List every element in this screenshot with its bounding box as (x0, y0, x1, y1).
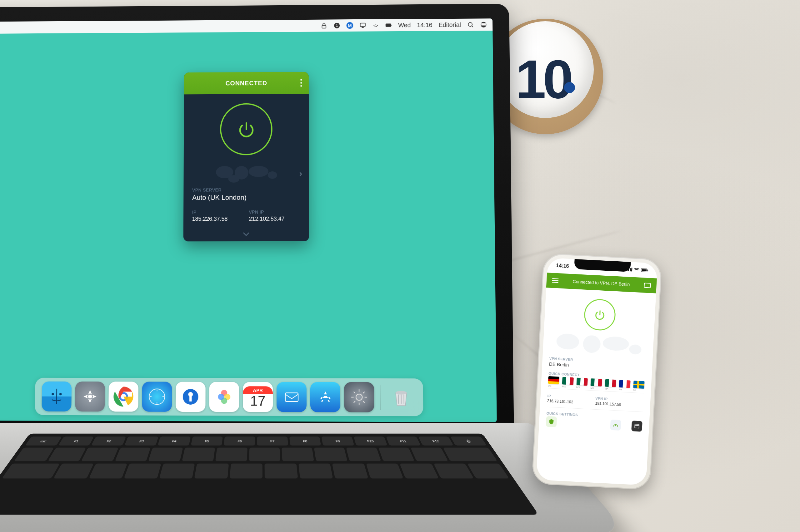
flag-label: FR (619, 388, 622, 391)
laptop-bezel: 1 M Wed 14:16 Editorial (0, 4, 514, 444)
vpn-power-button[interactable] (220, 103, 273, 155)
key[interactable] (332, 463, 368, 479)
key[interactable] (148, 448, 183, 462)
key[interactable] (468, 463, 510, 479)
hamburger-menu-icon[interactable] (552, 278, 559, 283)
flag-mx[interactable]: MX (576, 378, 588, 386)
svg-point-40 (629, 344, 641, 355)
macos-menubar[interactable]: 1 M Wed 14:16 Editorial (0, 18, 492, 34)
key[interactable] (366, 463, 404, 479)
key-f1[interactable]: F1 (58, 436, 94, 446)
key[interactable] (378, 448, 415, 462)
menubar-user[interactable]: Editorial (438, 21, 461, 28)
keyboard[interactable]: esc F1 F2 F3 F4 F5 F6 F7 F8 F9 F10 F11 F… (0, 434, 539, 515)
dock-onepassword-icon[interactable] (176, 382, 206, 412)
dock-finder-icon[interactable] (41, 381, 72, 412)
battery-icon[interactable] (385, 22, 392, 29)
phone-power-button[interactable] (583, 299, 616, 331)
key-f3[interactable]: F3 (124, 436, 159, 446)
key[interactable] (14, 448, 54, 462)
laptop-screen: 1 M Wed 14:16 Editorial (0, 4, 514, 444)
key-f11[interactable]: F11 (386, 436, 421, 446)
key[interactable] (182, 448, 215, 462)
key[interactable] (249, 448, 280, 462)
flag-de[interactable]: DE (548, 376, 560, 384)
flag-label: MX (562, 385, 566, 388)
quick-setting-speed-icon[interactable] (610, 420, 621, 431)
svg-point-37 (556, 333, 579, 350)
notification-center-icon[interactable] (480, 21, 487, 28)
key-f6[interactable]: F6 (224, 436, 255, 446)
key[interactable] (81, 448, 119, 462)
key[interactable] (411, 448, 449, 462)
dock-safari-icon[interactable] (142, 381, 172, 412)
key[interactable] (433, 463, 474, 479)
key[interactable] (88, 463, 127, 479)
dock-chrome-icon[interactable] (108, 381, 139, 412)
key-power[interactable]: ⏻ (450, 436, 487, 446)
key[interactable] (346, 448, 381, 462)
key[interactable] (124, 463, 161, 479)
key-f4[interactable]: F4 (158, 436, 190, 446)
dock-launchpad-icon[interactable] (75, 381, 105, 412)
key[interactable] (230, 463, 263, 479)
key[interactable] (194, 463, 229, 479)
key-f12[interactable]: F12 (418, 436, 454, 446)
flag-fr[interactable]: FR (619, 380, 631, 388)
svg-point-14 (59, 393, 61, 396)
key-f10[interactable]: F10 (354, 436, 387, 446)
key[interactable] (298, 463, 333, 479)
key-f9[interactable]: F9 (322, 436, 354, 446)
vpn-location-row[interactable]: › (183, 163, 309, 185)
phone-body: 14:16 Connected to VPN. DE Berlin (531, 253, 662, 490)
phone-connection-status: Connected to VPN. DE Berlin (572, 279, 630, 287)
key-f8[interactable]: F8 (289, 436, 321, 446)
key-delete[interactable] (443, 448, 498, 462)
phone-ip-col: VPN IP 191.101.157.59 (595, 397, 643, 408)
key[interactable] (314, 448, 347, 462)
flag-mx[interactable]: MX (562, 377, 574, 385)
key[interactable] (281, 448, 314, 462)
flag-mx[interactable]: MX (590, 378, 602, 386)
flag-se[interactable]: SE (633, 381, 645, 389)
vpn-server-block[interactable]: VPN SERVER Auto (UK London) (183, 184, 309, 207)
quick-setting-browser-icon[interactable] (631, 420, 642, 432)
key[interactable] (265, 463, 298, 479)
svg-rect-4 (386, 24, 391, 26)
vpn-header: CONNECTED (184, 72, 309, 94)
key-f5[interactable]: F5 (190, 436, 223, 446)
lock-icon[interactable] (321, 22, 327, 29)
dock-calendar-icon[interactable]: APR 17 (243, 382, 273, 412)
dock-settings-icon[interactable] (344, 382, 375, 413)
phone-world-map-icon[interactable] (550, 334, 647, 357)
dock-trash-icon[interactable] (386, 382, 416, 413)
dock-appstore-icon[interactable] (310, 382, 340, 413)
spotlight-icon[interactable] (467, 21, 474, 28)
menubar-time[interactable]: 14:16 (417, 21, 433, 29)
malwarebytes-icon[interactable]: M (346, 22, 353, 29)
phone-header-icon[interactable] (644, 283, 651, 288)
dock-photos-icon[interactable] (209, 382, 239, 412)
dock-mail-icon[interactable] (276, 382, 307, 412)
key-esc[interactable]: esc (25, 436, 61, 446)
key[interactable] (53, 463, 93, 479)
display-icon[interactable] (359, 22, 366, 29)
key[interactable] (47, 448, 86, 462)
key[interactable] (159, 463, 195, 479)
phone-time: 14:16 (556, 263, 569, 269)
key[interactable] (215, 448, 248, 462)
key-f2[interactable]: F2 (91, 436, 126, 446)
vpn-status-label: CONNECTED (225, 80, 267, 87)
vpn-expand-button[interactable] (183, 229, 309, 241)
key[interactable] (400, 463, 439, 479)
svg-text:1: 1 (336, 24, 338, 27)
key-tab[interactable] (1, 463, 60, 479)
quick-setting-shield-icon[interactable] (546, 416, 557, 428)
flag-mx[interactable]: MX (605, 379, 616, 387)
vpn-menu-button[interactable] (300, 79, 302, 87)
onepassword-icon[interactable]: 1 (333, 22, 340, 29)
key-f7[interactable]: F7 (257, 436, 288, 446)
menubar-day[interactable]: Wed (398, 21, 411, 29)
key[interactable] (114, 448, 151, 462)
wifi-icon[interactable] (372, 22, 379, 29)
